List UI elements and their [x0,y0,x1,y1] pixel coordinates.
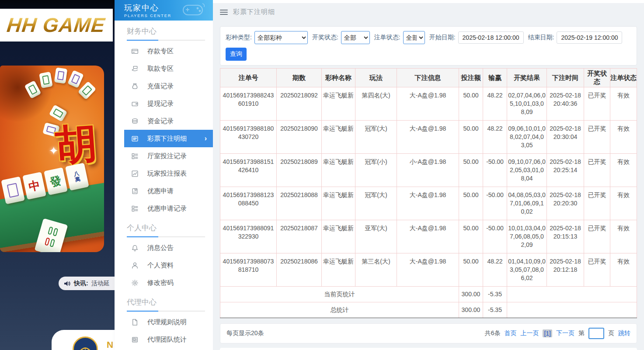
prev-page-link[interactable]: 上一页 [520,329,539,337]
section-divider [127,236,205,237]
ticket-list-icon [131,135,139,142]
summary-label: 总统计 [220,302,459,318]
speaker-icon [64,280,71,287]
lottery-type-label: 彩种类型: [226,34,252,42]
summary-winloss-total: -5.35 [483,287,507,302]
page-summary-row: 当前页统计 300.00 -5.35 [220,287,637,302]
table-row: 40156917398807381871020250218086幸运飞艇新第三名… [220,253,637,287]
table-cell: -50.00 [483,154,507,187]
hamburger-menu-icon[interactable] [220,10,228,15]
sidebar-item-report-chart[interactable]: 玩家投注报表 [115,165,213,182]
sidebar-item-moneybag[interactable]: 充值记录 [115,77,213,95]
search-button[interactable]: 查询 [226,48,247,61]
pagination-bar: 每页显示20条 共6条 首页 上一页 [1] 下一页 第 页 跳转 [220,323,637,343]
table-cell: 50.00 [459,87,483,121]
mahjong-tile-zhong: 中 [22,172,46,200]
column-header: 输赢 [483,69,507,87]
sidebar-item-news[interactable]: 代理团队统计 [115,331,213,348]
table-cell: 小-A盘@1.98 [397,154,459,187]
sidebar-item-withdraw-hand[interactable]: 取款专区 [115,60,213,77]
table-cell: 20250218092 [277,87,322,121]
table-cell: -50.00 [483,220,507,253]
sparkle-icon: ✦ [49,144,59,158]
sidebar-item-label: 代理规则说明 [147,318,187,326]
left-background: HH GAME 胡 ✦ 中 發 八萬 快讯: 活动延 [0,0,115,350]
table-cell: 401569173988091322930 [220,220,277,253]
pagination-controls: 共6条 首页 上一页 [1] 下一页 第 页 跳转 [485,328,630,339]
table-cell: 已开奖 [584,154,610,187]
tile-mark [42,75,49,85]
table-cell: 大-A盘@1.98 [397,220,459,253]
table-cell: 2025-02-18 20:20:30 [547,187,584,220]
user-icon [131,262,139,269]
news-icon [131,336,139,343]
sidebar-item-wallet[interactable]: 提现记录 [115,95,213,112]
list-icon [131,205,139,212]
table-cell: 48.22 [483,87,507,121]
page-title: 彩票下注明细 [233,8,275,16]
page-jump-input[interactable] [588,328,604,339]
sidebar-item-coupon[interactable]: 优惠申请 [115,182,213,200]
gear-icon [131,279,139,287]
table-cell: 20250218090 [277,121,322,154]
sidebar-item-label: 修改密码 [147,279,174,287]
sidebar-item-doc[interactable]: 代理规则说明 [115,313,213,331]
mahjong-tile [67,70,84,88]
table-cell: 20250218089 [277,154,322,187]
table-cell: 幸运飞艇新 [322,220,355,253]
jump-button[interactable]: 跳转 [618,329,630,337]
order-status-select[interactable]: 全部 [403,31,425,44]
section-label: 代理中心 [127,297,205,307]
sidebar-item-list[interactable]: 优惠申请记录 [115,200,213,217]
sidebar-item-ticket-list[interactable]: 彩票下注明细› [124,130,213,147]
footer-card-edge [220,348,637,350]
total-count-text: 共6条 [485,329,501,337]
table-cell: 第四名(大) [355,87,397,121]
sidebar-item-label: 存款专区 [147,47,174,55]
summary-winloss-total: -5.35 [483,302,507,318]
table-cell: 401569173988123088450 [220,187,277,220]
table-cell: 48.22 [483,253,507,287]
table-row: 40156917398818043072020250218090幸运飞艇新冠军(… [220,121,637,154]
table-cell: 大-A盘@1.98 [397,253,459,287]
bottom-letter: N [107,340,113,350]
end-date-input[interactable] [557,31,622,44]
sidebar-item-deposit-card[interactable]: 存款专区 [115,42,213,60]
table-cell: 有效 [610,87,637,121]
sidebar-item-label: 厅室投注记录 [147,152,187,160]
main-area: 彩票下注明细 彩种类型: 全部彩种 开奖状态: 全部 注单状态: 全部 开始日期… [213,0,644,350]
order-status-label: 注单状态: [374,34,400,42]
table-cell: 冠军(小) [355,154,397,187]
jump-prefix-label: 第 [578,329,585,337]
table-cell: 已开奖 [584,87,610,121]
table-cell: 第三名(大) [355,253,397,287]
sidebar-item-list[interactable]: 厅室投注记录 [115,147,213,165]
first-page-link[interactable]: 首页 [504,329,516,337]
sidebar-item-label: 代理团队统计 [147,336,187,344]
column-header: 下注时间 [547,69,584,87]
table-row: 40156917398815142641020250218089幸运飞艇新冠军(… [220,154,637,187]
bamboo-marks [43,225,59,250]
table-row: 40156917398824360191020250218092幸运飞艇新第四名… [220,87,637,121]
start-date-input[interactable] [458,31,524,44]
sidebar-item-coin[interactable]: 资金记录 [115,112,213,130]
sidebar-item-label: 资金记录 [147,117,174,125]
tile-glyph: 中 [27,177,42,194]
page-size-text: 每页显示20条 [226,329,264,337]
jump-suffix-label: 页 [608,329,614,337]
total-summary-row: 总统计 300.00 -5.35 [220,302,637,318]
sidebar-item-user[interactable]: 个人资料 [115,256,213,274]
bet-records-table: 注单号期数彩种名称玩法下注信息投注额输赢开奖结果下注时间开奖状态注单状态4015… [220,68,637,318]
sidebar-item-gear[interactable]: 修改密码 [115,274,213,291]
table-row: 40156917398812308845020250218088幸运飞艇新冠军(… [220,187,637,220]
column-header: 玩法 [355,69,397,87]
table-cell: 2025-02-18 20:25:14 [547,154,584,187]
sidebar-section-header: 财务中心 [115,21,213,42]
tile-mark [7,183,19,198]
lottery-type-select[interactable]: 全部彩种 [254,31,308,44]
table-cell: 已开奖 [584,121,610,154]
draw-status-select[interactable]: 全部 [341,31,370,44]
mahjong-tile [54,67,67,83]
next-page-link[interactable]: 下一页 [556,329,574,337]
sidebar-item-bell[interactable]: 消息公告 [115,239,213,256]
